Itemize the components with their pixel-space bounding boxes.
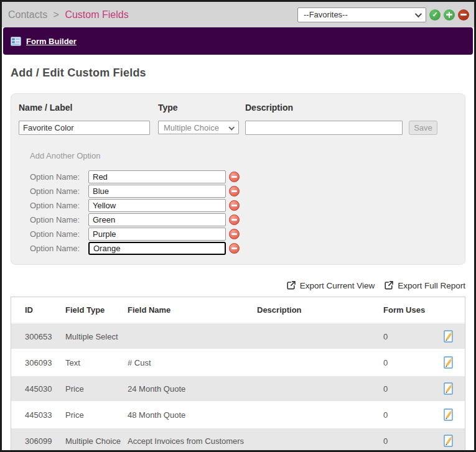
nav-bar: Form Builder [3, 27, 473, 55]
edit-icon [442, 388, 455, 395]
chevron-down-icon [228, 124, 235, 130]
cell-field-type: Price [65, 384, 128, 394]
col-header-description: Description [257, 305, 383, 315]
option-row: Option Name: [19, 227, 457, 241]
edit-icon [442, 362, 455, 369]
option-row: Option Name: [19, 198, 457, 213]
cell-field-type: Multiple Choice [65, 436, 128, 446]
option-name-label: Option Name: [30, 172, 88, 182]
edit-field-button[interactable] [442, 330, 455, 343]
option-name-input[interactable] [88, 185, 226, 198]
cell-id: 306099 [25, 436, 65, 446]
confirm-icon[interactable]: ✓ [429, 9, 441, 21]
breadcrumb: Contacts > Custom Fields [8, 9, 129, 21]
top-bar: Contacts > Custom Fields --Favorites-- ✓ [2, 2, 474, 27]
remove-option-button[interactable] [229, 214, 240, 225]
export-current-view-link[interactable]: Export Current View [286, 280, 375, 290]
name-label: Name / Label [19, 103, 150, 113]
remove-option-button[interactable] [229, 243, 240, 254]
remove-option-button[interactable] [229, 172, 240, 182]
table-row: 445030 Price 24 Month Quote 0 [11, 376, 465, 402]
edit-field-button[interactable] [442, 382, 455, 395]
option-name-input[interactable] [88, 213, 226, 226]
export-actions: Export Current View Export Full Report [11, 280, 465, 290]
favorites-select[interactable]: --Favorites-- [297, 7, 426, 22]
app-window: Contacts > Custom Fields --Favorites-- ✓ [0, 0, 476, 452]
form-builder-icon [11, 37, 21, 46]
table-row: 300653 Multiple Select 0 [11, 324, 465, 350]
main-content: Add / Edit Custom Fields Name / Label Ty… [2, 55, 474, 452]
option-name-label: Option Name: [30, 229, 88, 239]
table-row: 306093 Text # Cust 0 [11, 350, 465, 376]
cell-field-name: 24 Month Quote [128, 384, 257, 394]
option-row: Option Name: [19, 213, 457, 227]
page-title: Add / Edit Custom Fields [11, 67, 465, 80]
edit-icon [442, 414, 455, 422]
edit-icon [442, 336, 455, 343]
cell-form-uses: 0 [383, 384, 439, 394]
custom-fields-table: ID Field Type Field Name Description For… [11, 297, 465, 452]
option-name-label: Option Name: [30, 201, 88, 210]
chevron-down-icon [415, 10, 422, 17]
col-header-form-uses: Form Uses [383, 305, 439, 315]
cell-field-name: # Cust [128, 358, 257, 367]
save-button[interactable]: Save [409, 121, 437, 135]
cell-id: 306093 [25, 358, 65, 367]
col-header-id: ID [25, 305, 65, 315]
breadcrumb-page: Custom Fields [65, 9, 128, 20]
cell-form-uses: 0 [383, 410, 439, 420]
type-select[interactable]: Multiple Choice [158, 121, 239, 134]
edit-field-button[interactable] [442, 408, 455, 422]
field-form: Name / Label Type Description Multiple C… [19, 103, 457, 135]
option-name-label: Option Name: [30, 244, 88, 253]
option-name-input[interactable] [88, 199, 226, 212]
cell-id: 300653 [25, 332, 65, 341]
cell-id: 445030 [25, 384, 65, 394]
remove-option-button[interactable] [229, 229, 240, 239]
table-header-row: ID Field Type Field Name Description For… [11, 297, 465, 324]
option-name-input[interactable] [88, 242, 226, 255]
edit-field-button[interactable] [442, 434, 455, 448]
cell-id: 445033 [25, 410, 65, 420]
remove-icon[interactable] [458, 9, 469, 21]
col-header-field-type: Field Type [65, 305, 128, 315]
cell-form-uses: 0 [383, 436, 439, 446]
option-name-input[interactable] [88, 228, 226, 241]
col-header-field-name: Field Name [128, 305, 257, 315]
export-icon [286, 280, 296, 290]
form-builder-link[interactable]: Form Builder [26, 37, 77, 46]
option-name-label: Option Name: [30, 187, 88, 196]
option-row: Option Name: [19, 184, 457, 198]
edit-icon [442, 440, 455, 448]
cell-form-uses: 0 [383, 358, 439, 367]
option-row: Option Name: [19, 241, 457, 256]
type-label: Type [158, 103, 239, 113]
cell-field-type: Price [65, 410, 128, 420]
edit-field-button[interactable] [442, 356, 455, 369]
add-another-option-link[interactable]: Add Another Option [30, 151, 100, 160]
remove-option-button[interactable] [229, 186, 240, 196]
export-icon [384, 280, 394, 290]
cell-form-uses: 0 [383, 332, 439, 341]
breadcrumb-separator: > [54, 9, 59, 20]
cell-field-name: Accept Invoices from Customers [128, 436, 257, 446]
remove-option-button[interactable] [229, 200, 240, 211]
custom-field-form-panel: Name / Label Type Description Multiple C… [11, 93, 465, 265]
export-full-report-link[interactable]: Export Full Report [384, 280, 465, 290]
type-select-value: Multiple Choice [164, 123, 219, 132]
topbar-actions: --Favorites-- ✓ [297, 7, 469, 22]
name-input[interactable] [19, 121, 150, 135]
cell-field-name: 48 Month Quote [128, 410, 257, 420]
table-row: 306099 Multiple Choice Accept Invoices f… [11, 428, 465, 452]
favorites-select-value: --Favorites-- [304, 10, 348, 19]
options-list: Option Name: Option Name: [19, 170, 457, 256]
option-name-input[interactable] [88, 170, 226, 183]
option-row: Option Name: [19, 170, 457, 184]
breadcrumb-section[interactable]: Contacts [8, 9, 47, 20]
table-row: 445033 Price 48 Month Quote 0 [11, 402, 465, 428]
description-input[interactable] [245, 121, 403, 135]
description-label: Description [245, 103, 403, 113]
option-name-label: Option Name: [30, 215, 88, 224]
add-icon[interactable] [444, 9, 455, 21]
cell-field-type: Multiple Select [65, 332, 128, 341]
